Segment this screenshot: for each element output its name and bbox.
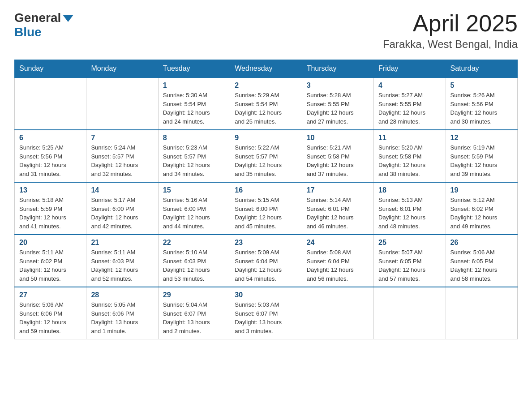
calendar-cell: 15Sunrise: 5:16 AM Sunset: 6:00 PM Dayli… <box>158 182 230 235</box>
calendar-cell: 9Sunrise: 5:22 AM Sunset: 5:57 PM Daylig… <box>230 130 302 182</box>
day-info: Sunrise: 5:10 AM Sunset: 6:03 PM Dayligh… <box>163 248 225 283</box>
calendar-week-4: 20Sunrise: 5:11 AM Sunset: 6:02 PM Dayli… <box>15 235 518 287</box>
calendar-cell: 21Sunrise: 5:11 AM Sunset: 6:03 PM Dayli… <box>86 235 158 287</box>
day-number: 8 <box>163 134 225 142</box>
day-number: 11 <box>378 134 441 142</box>
weekday-header-thursday: Thursday <box>302 60 373 78</box>
day-info: Sunrise: 5:20 AM Sunset: 5:58 PM Dayligh… <box>378 143 441 178</box>
title-section: April 2025 Farakka, West Bengal, India <box>383 11 518 51</box>
weekday-header-saturday: Saturday <box>446 60 517 78</box>
weekday-header-monday: Monday <box>86 60 158 78</box>
day-number: 20 <box>19 239 82 247</box>
day-number: 3 <box>307 81 369 90</box>
calendar-cell: 4Sunrise: 5:27 AM Sunset: 5:55 PM Daylig… <box>374 77 446 130</box>
day-number: 30 <box>235 291 297 299</box>
day-info: Sunrise: 5:03 AM Sunset: 6:07 PM Dayligh… <box>235 300 297 335</box>
day-info: Sunrise: 5:07 AM Sunset: 6:05 PM Dayligh… <box>378 248 441 283</box>
day-number: 27 <box>19 291 82 299</box>
calendar-cell: 12Sunrise: 5:19 AM Sunset: 5:59 PM Dayli… <box>446 130 517 182</box>
day-info: Sunrise: 5:04 AM Sunset: 6:07 PM Dayligh… <box>163 300 225 335</box>
location-subtitle: Farakka, West Bengal, India <box>383 38 518 51</box>
day-number: 19 <box>450 186 513 194</box>
calendar-cell: 28Sunrise: 5:05 AM Sunset: 6:06 PM Dayli… <box>86 287 158 339</box>
calendar-cell <box>86 77 158 130</box>
calendar-cell: 27Sunrise: 5:06 AM Sunset: 6:06 PM Dayli… <box>15 287 86 339</box>
day-info: Sunrise: 5:12 AM Sunset: 6:02 PM Dayligh… <box>450 196 513 231</box>
calendar-week-2: 6Sunrise: 5:25 AM Sunset: 5:56 PM Daylig… <box>15 130 518 182</box>
calendar-cell: 6Sunrise: 5:25 AM Sunset: 5:56 PM Daylig… <box>15 130 86 182</box>
calendar-cell: 1Sunrise: 5:30 AM Sunset: 5:54 PM Daylig… <box>158 77 230 130</box>
calendar-cell <box>374 287 446 339</box>
calendar-cell: 30Sunrise: 5:03 AM Sunset: 6:07 PM Dayli… <box>230 287 302 339</box>
calendar-week-3: 13Sunrise: 5:18 AM Sunset: 5:59 PM Dayli… <box>15 182 518 235</box>
page-title: April 2025 <box>383 11 518 36</box>
day-info: Sunrise: 5:08 AM Sunset: 6:04 PM Dayligh… <box>307 248 369 283</box>
day-info: Sunrise: 5:22 AM Sunset: 5:57 PM Dayligh… <box>235 143 297 178</box>
day-info: Sunrise: 5:25 AM Sunset: 5:56 PM Dayligh… <box>19 143 82 178</box>
day-number: 28 <box>91 291 153 299</box>
calendar-cell: 7Sunrise: 5:24 AM Sunset: 5:57 PM Daylig… <box>86 130 158 182</box>
day-number: 10 <box>307 134 369 142</box>
calendar-cell: 3Sunrise: 5:28 AM Sunset: 5:55 PM Daylig… <box>302 77 373 130</box>
day-number: 26 <box>450 239 513 247</box>
day-number: 4 <box>378 81 441 90</box>
day-info: Sunrise: 5:09 AM Sunset: 6:04 PM Dayligh… <box>235 248 297 283</box>
calendar-cell: 29Sunrise: 5:04 AM Sunset: 6:07 PM Dayli… <box>158 287 230 339</box>
calendar-cell: 18Sunrise: 5:13 AM Sunset: 6:01 PM Dayli… <box>374 182 446 235</box>
day-info: Sunrise: 5:06 AM Sunset: 6:05 PM Dayligh… <box>450 248 513 283</box>
weekday-header-sunday: Sunday <box>15 60 86 78</box>
calendar-cell: 10Sunrise: 5:21 AM Sunset: 5:58 PM Dayli… <box>302 130 373 182</box>
day-number: 7 <box>91 134 153 142</box>
day-info: Sunrise: 5:06 AM Sunset: 6:06 PM Dayligh… <box>19 300 82 335</box>
day-info: Sunrise: 5:14 AM Sunset: 6:01 PM Dayligh… <box>307 196 369 231</box>
day-number: 13 <box>19 186 82 194</box>
calendar-cell <box>446 287 517 339</box>
calendar-cell <box>15 77 86 130</box>
calendar-cell: 13Sunrise: 5:18 AM Sunset: 5:59 PM Dayli… <box>15 182 86 235</box>
day-info: Sunrise: 5:23 AM Sunset: 5:57 PM Dayligh… <box>163 143 225 178</box>
calendar-cell: 20Sunrise: 5:11 AM Sunset: 6:02 PM Dayli… <box>15 235 86 287</box>
day-number: 22 <box>163 239 225 247</box>
day-info: Sunrise: 5:29 AM Sunset: 5:54 PM Dayligh… <box>235 91 297 126</box>
day-info: Sunrise: 5:16 AM Sunset: 6:00 PM Dayligh… <box>163 196 225 231</box>
logo: General Blue <box>14 11 74 39</box>
day-info: Sunrise: 5:26 AM Sunset: 5:56 PM Dayligh… <box>450 91 513 126</box>
calendar-cell: 25Sunrise: 5:07 AM Sunset: 6:05 PM Dayli… <box>374 235 446 287</box>
day-info: Sunrise: 5:13 AM Sunset: 6:01 PM Dayligh… <box>378 196 441 231</box>
day-number: 29 <box>163 291 225 299</box>
day-number: 15 <box>163 186 225 194</box>
day-info: Sunrise: 5:28 AM Sunset: 5:55 PM Dayligh… <box>307 91 369 126</box>
day-info: Sunrise: 5:11 AM Sunset: 6:02 PM Dayligh… <box>19 248 82 283</box>
weekday-header-friday: Friday <box>374 60 446 78</box>
calendar-cell: 2Sunrise: 5:29 AM Sunset: 5:54 PM Daylig… <box>230 77 302 130</box>
calendar-week-1: 1Sunrise: 5:30 AM Sunset: 5:54 PM Daylig… <box>15 77 518 130</box>
day-info: Sunrise: 5:05 AM Sunset: 6:06 PM Dayligh… <box>91 300 153 335</box>
calendar-cell: 19Sunrise: 5:12 AM Sunset: 6:02 PM Dayli… <box>446 182 517 235</box>
calendar-cell <box>302 287 373 339</box>
calendar-cell: 24Sunrise: 5:08 AM Sunset: 6:04 PM Dayli… <box>302 235 373 287</box>
day-number: 25 <box>378 239 441 247</box>
day-info: Sunrise: 5:19 AM Sunset: 5:59 PM Dayligh… <box>450 143 513 178</box>
weekday-header-tuesday: Tuesday <box>158 60 230 78</box>
day-number: 1 <box>163 81 225 90</box>
calendar-cell: 26Sunrise: 5:06 AM Sunset: 6:05 PM Dayli… <box>446 235 517 287</box>
weekday-header-wednesday: Wednesday <box>230 60 302 78</box>
logo-triangle-icon <box>62 12 74 25</box>
day-info: Sunrise: 5:27 AM Sunset: 5:55 PM Dayligh… <box>378 91 441 126</box>
day-number: 5 <box>450 81 513 90</box>
calendar-cell: 23Sunrise: 5:09 AM Sunset: 6:04 PM Dayli… <box>230 235 302 287</box>
calendar-cell: 16Sunrise: 5:15 AM Sunset: 6:00 PM Dayli… <box>230 182 302 235</box>
day-info: Sunrise: 5:11 AM Sunset: 6:03 PM Dayligh… <box>91 248 153 283</box>
day-number: 6 <box>19 134 82 142</box>
weekday-header-row: SundayMondayTuesdayWednesdayThursdayFrid… <box>15 60 518 78</box>
day-info: Sunrise: 5:15 AM Sunset: 6:00 PM Dayligh… <box>235 196 297 231</box>
calendar-cell: 8Sunrise: 5:23 AM Sunset: 5:57 PM Daylig… <box>158 130 230 182</box>
svg-marker-0 <box>63 15 73 22</box>
day-number: 12 <box>450 134 513 142</box>
day-info: Sunrise: 5:24 AM Sunset: 5:57 PM Dayligh… <box>91 143 153 178</box>
day-number: 16 <box>235 186 297 194</box>
calendar-week-5: 27Sunrise: 5:06 AM Sunset: 6:06 PM Dayli… <box>15 287 518 339</box>
day-number: 14 <box>91 186 153 194</box>
day-info: Sunrise: 5:17 AM Sunset: 6:00 PM Dayligh… <box>91 196 153 231</box>
day-number: 9 <box>235 134 297 142</box>
